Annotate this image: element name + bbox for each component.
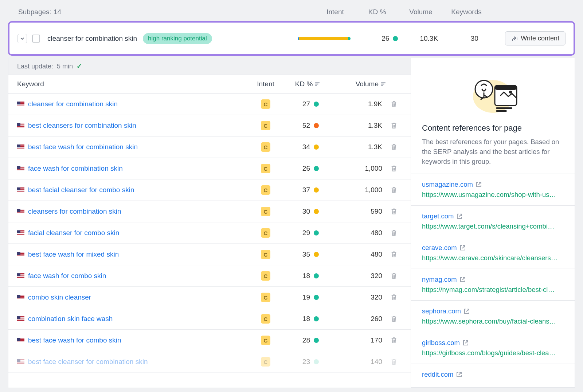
- intent-chip[interactable]: C: [261, 207, 270, 216]
- volume-cell: 320: [331, 293, 386, 301]
- delete-icon[interactable]: [391, 294, 397, 301]
- table-row: best cleansers for combination skin C 52…: [8, 115, 411, 136]
- reference-item[interactable]: sephora.com https://www.sephora.com/buy/…: [411, 301, 575, 332]
- reference-item[interactable]: target.com https://www.target.com/s/clea…: [411, 206, 575, 237]
- table-row: best face wash for mixed skin C 35 480: [8, 244, 411, 265]
- kd-cell: 37: [284, 186, 331, 194]
- chevron-down-icon: [20, 36, 24, 41]
- sort-icon: [315, 82, 320, 87]
- reference-item[interactable]: cerave.com https://www.cerave.com/skinca…: [411, 237, 575, 269]
- keyword-link[interactable]: best cleansers for combination skin: [28, 122, 136, 130]
- delete-icon[interactable]: [391, 186, 397, 194]
- intent-chip[interactable]: C: [261, 142, 270, 152]
- reference-domain[interactable]: sephora.com: [422, 307, 564, 315]
- keyword-group-row: cleanser for combination skin high ranki…: [8, 21, 575, 56]
- keyword-link[interactable]: cleanser for combination skin: [28, 100, 118, 108]
- volume-cell: 170: [331, 336, 386, 344]
- keyword-link[interactable]: best face wash for combination skin: [28, 143, 138, 151]
- svg-rect-2: [495, 86, 517, 90]
- us-flag-icon: [17, 316, 24, 321]
- reference-item[interactable]: girlboss.com https://girlboss.com/blogs/…: [411, 332, 575, 364]
- intent-chip[interactable]: C: [261, 99, 270, 109]
- reference-url: https://www.cerave.com/skincare/cleanser…: [422, 254, 564, 262]
- reference-domain[interactable]: usmagazine.com: [422, 181, 564, 189]
- volume-cell: 590: [331, 207, 386, 215]
- kd-dot-icon: [393, 36, 398, 41]
- kd-cell: 18: [284, 315, 331, 323]
- col-volume[interactable]: Volume: [331, 80, 386, 88]
- intent-chip[interactable]: C: [261, 228, 270, 238]
- delete-icon[interactable]: [391, 100, 397, 108]
- svg-rect-6: [496, 110, 507, 112]
- kd-dot-icon: [314, 144, 319, 150]
- delete-icon[interactable]: [391, 315, 397, 322]
- reference-domain[interactable]: reddit.com: [422, 371, 564, 379]
- keyword-link[interactable]: face wash for combination skin: [28, 165, 123, 173]
- reference-domain[interactable]: target.com: [422, 212, 564, 220]
- reference-item[interactable]: nymag.com https://nymag.com/strategist/a…: [411, 269, 575, 301]
- us-flag-icon: [17, 273, 24, 278]
- subpages-bar: Subpages: 14 Intent KD % Volume Keywords: [8, 6, 575, 21]
- group-volume: 10.3K: [405, 35, 453, 43]
- kd-cell: 26: [284, 165, 331, 173]
- table-row: combination skin face wash C 18 260: [8, 308, 411, 330]
- delete-icon[interactable]: [391, 251, 397, 258]
- col-intent[interactable]: Intent: [247, 80, 284, 88]
- reference-domain[interactable]: cerave.com: [422, 244, 564, 252]
- delete-icon[interactable]: [391, 272, 397, 280]
- delete-icon[interactable]: [391, 229, 397, 237]
- intent-chip[interactable]: C: [261, 357, 270, 367]
- col-kd[interactable]: KD %: [284, 80, 331, 88]
- reference-url: https://www.usmagazine.com/shop-with-us…: [422, 191, 564, 199]
- delete-icon[interactable]: [391, 208, 397, 215]
- kd-dot-icon: [314, 102, 319, 107]
- delete-icon[interactable]: [391, 165, 397, 172]
- delete-icon[interactable]: [391, 337, 397, 344]
- keywords-table: Last update: 5 min ✓ Keyword Intent KD %…: [8, 58, 411, 388]
- col-keyword[interactable]: Keyword: [17, 80, 247, 88]
- intent-chip[interactable]: C: [261, 250, 270, 259]
- keyword-link[interactable]: best facial cleanser for combo skin: [28, 186, 134, 194]
- table-row: combo skin cleanser C 19 320: [8, 287, 411, 308]
- kd-dot-icon: [314, 230, 319, 235]
- write-content-button[interactable]: Write content: [505, 31, 566, 45]
- intent-chip[interactable]: C: [261, 293, 270, 302]
- delete-icon[interactable]: [391, 358, 397, 365]
- keyword-link[interactable]: best face wash for combo skin: [28, 336, 121, 344]
- kd-dot-icon: [314, 338, 319, 343]
- kd-dot-icon: [314, 209, 319, 214]
- intent-chip[interactable]: C: [261, 271, 270, 281]
- volume-cell: 1,000: [331, 186, 386, 194]
- volume-cell: 1.3K: [331, 143, 386, 151]
- keyword-link[interactable]: facial cleanser for combo skin: [28, 229, 119, 237]
- intent-chip[interactable]: C: [261, 336, 270, 345]
- references-sidebar: Content references for page The best ref…: [411, 58, 575, 388]
- reference-item[interactable]: reddit.com: [411, 364, 575, 388]
- reference-url: https://girlboss.com/blogs/guides/best-c…: [422, 349, 564, 357]
- reference-domain[interactable]: girlboss.com: [422, 339, 564, 347]
- reference-item[interactable]: usmagazine.com https://www.usmagazine.co…: [411, 174, 575, 206]
- keyword-link[interactable]: best face wash for mixed skin: [28, 250, 119, 258]
- header-volume: Volume: [397, 8, 445, 16]
- last-update-label: Last update:: [17, 63, 53, 70]
- keyword-link[interactable]: best face cleanser for combination skin: [28, 358, 148, 366]
- keyword-link[interactable]: combo skin cleanser: [28, 293, 91, 301]
- intent-chip[interactable]: C: [261, 314, 270, 324]
- intent-chip[interactable]: C: [261, 185, 270, 195]
- table-row: best face wash for combo skin C 28 170: [8, 330, 411, 351]
- expand-toggle[interactable]: [17, 34, 27, 43]
- kd-dot-icon: [314, 252, 319, 257]
- intent-chip[interactable]: C: [261, 121, 270, 130]
- external-link-icon: [460, 277, 466, 282]
- keyword-link[interactable]: cleansers for combination skin: [28, 207, 121, 215]
- intent-chip[interactable]: C: [261, 164, 270, 173]
- delete-icon[interactable]: [391, 122, 397, 129]
- volume-cell: 1,000: [331, 165, 386, 173]
- group-checkbox[interactable]: [32, 35, 40, 43]
- us-flag-icon: [17, 230, 24, 235]
- keyword-link[interactable]: face wash for combo skin: [28, 272, 106, 280]
- reference-domain[interactable]: nymag.com: [422, 276, 564, 284]
- kd-dot-icon: [314, 295, 319, 300]
- keyword-link[interactable]: combination skin face wash: [28, 315, 113, 323]
- delete-icon[interactable]: [391, 143, 397, 151]
